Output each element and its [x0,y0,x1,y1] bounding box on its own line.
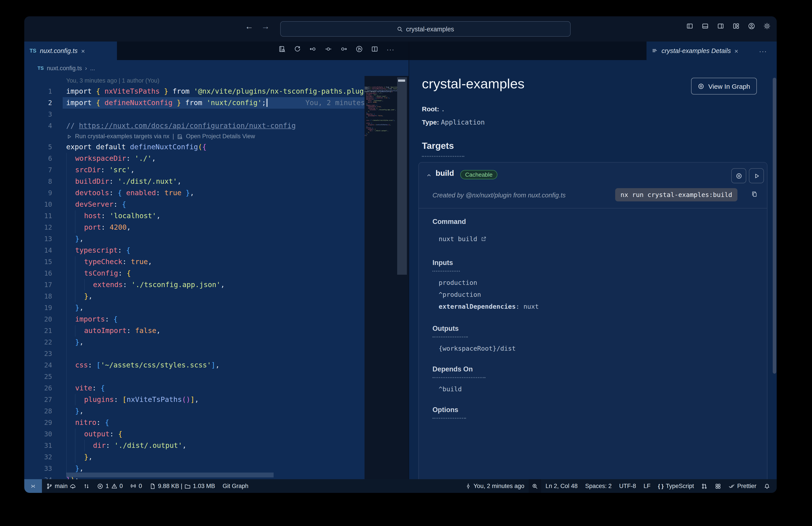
code-line-29[interactable]: 29nitro: { [24,417,364,428]
tab-label: nuxt.config.ts [40,47,78,54]
horizontal-scrollbar[interactable] [66,472,274,478]
code-line-13[interactable]: 13}, [24,233,364,245]
panel-more-actions-icon[interactable]: ··· [759,47,767,55]
statusbar-item-utf-8[interactable]: UTF-8 [616,479,639,493]
account-icon[interactable] [748,23,755,30]
code-editor[interactable]: You, 3 minutes ago | 1 author (You)1impo… [24,76,364,479]
panel-scrollbar[interactable] [773,78,776,374]
code-line-19[interactable]: 19}, [24,302,364,314]
code-line-12[interactable]: 12port: 4200, [24,222,364,233]
codelens-open-details-link[interactable]: Open Project Details View [186,132,255,141]
code-line-6[interactable]: 6workspaceDir: './', [24,153,364,164]
zoom-window-button[interactable] [55,26,60,31]
statusbar-item-bell[interactable] [761,479,773,493]
close-tab-icon[interactable]: × [81,47,85,55]
code-line-24[interactable]: 24css: ['~/assets/css/styles.scss'], [24,359,364,371]
code-line-1[interactable]: 1import { nxViteTsPaths } from '@nx/vite… [24,86,364,97]
annotation-icon[interactable] [325,45,332,53]
line-number: 10 [24,199,52,210]
code-line-25[interactable]: 25 [24,371,364,382]
statusbar-item-broadcast[interactable]: 0 [127,479,145,493]
statusbar-item-compare[interactable] [81,479,93,493]
statusbar-item-branch[interactable]: main [43,479,79,493]
statusbar-item-commit[interactable]: You, 2 minutes ago [462,479,527,493]
panel-right-icon[interactable] [717,23,724,30]
tab-nuxt-config[interactable]: TS nuxt.config.ts × [24,42,117,60]
statusbar-item-braces[interactable]: { }TypeScript [655,479,697,493]
statusbar-item-pr[interactable] [698,479,711,493]
code-line-26[interactable]: 26vite: { [24,382,364,394]
git-graph-icon[interactable] [356,45,363,53]
code-line-30[interactable]: 30output: { [24,428,364,440]
code-line-11[interactable]: 11host: 'localhost', [24,210,364,222]
code-line-28[interactable]: 28}, [24,406,364,417]
line-number: 28 [24,406,52,417]
statusbar-item-checks[interactable]: Prettier [726,479,759,493]
code-line-32[interactable]: 32}, [24,451,364,463]
view-in-graph-button[interactable]: View In Graph [691,78,757,95]
code-line-18[interactable]: 18}, [24,290,364,302]
statusbar-item-error[interactable]: 10 [94,479,126,493]
code-line-15[interactable]: 15typeCheck: true, [24,256,364,268]
tab-project-details[interactable]: crystal-examples Details × [647,42,777,60]
panel-left-icon[interactable] [686,23,693,30]
refresh-icon[interactable] [294,45,301,53]
close-window-button[interactable] [32,26,38,31]
statusbar-item-remote[interactable] [24,479,42,493]
codelens-run-link[interactable]: Run crystal-examples targets via nx [75,132,170,141]
vertical-scrollbar[interactable] [397,77,407,275]
command-center-search[interactable]: crystal-examples [280,21,570,37]
code-line-4[interactable]: 4// https://nuxt.com/docs/api/configurat… [24,120,364,132]
code-line-31[interactable]: 31dir: './dist/.output', [24,440,364,451]
copy-icon[interactable] [751,191,758,197]
more-actions-icon[interactable]: ··· [387,45,394,53]
view-target-graph-button[interactable] [731,168,746,183]
code-line-9[interactable]: 9devtools: { enabled: true }, [24,187,364,199]
type-row: Type: Application [422,118,485,126]
prev-change-icon[interactable] [309,45,316,53]
statusbar-item-git-graph[interactable]: Git Graph [220,479,251,493]
run-target-button[interactable] [749,168,764,183]
breadcrumb-more[interactable]: ... [90,65,95,71]
statusbar-item-lf[interactable]: LF [640,479,654,493]
breadcrumb[interactable]: TS nuxt.config.ts › ... [24,60,409,76]
minimap[interactable]: import { nxViteTsPaths } from '@nx/vite/… [364,87,397,157]
collapse-chevron-icon[interactable] [426,172,432,179]
panel-bottom-icon[interactable] [702,23,709,30]
codelens-row[interactable]: Run crystal-examples targets via nx|Open… [66,132,255,141]
statusbar-item-ln-2-col-48[interactable]: Ln 2, Col 48 [542,479,581,493]
overview-ruler-marker [398,80,405,82]
statusbar-item-plugin[interactable] [712,479,724,493]
code-line-16[interactable]: 16tsConfig: { [24,268,364,279]
gear-icon[interactable] [764,23,770,30]
code-line-2[interactable]: 2import { defineNuxtConfig } from 'nuxt/… [24,97,364,109]
statusbar-item-spaces-2[interactable]: Spaces: 2 [582,479,615,493]
book-search-icon[interactable] [278,45,286,53]
code-line-10[interactable]: 10devServer: { [24,199,364,210]
code-line-21[interactable]: 21autoImport: false, [24,325,364,337]
code-line-20[interactable]: 20imports: { [24,314,364,325]
line-number: 20 [24,314,52,325]
statusbar-item-zoom-in[interactable] [529,479,541,493]
split-icon[interactable] [371,45,378,53]
code-line-7[interactable]: 7srcDir: 'src', [24,164,364,176]
code-line-27[interactable]: 27plugins: [nxViteTsPaths()], [24,394,364,406]
run-command-chip[interactable]: nx run crystal-examples:build [615,188,737,201]
code-line-8[interactable]: 8buildDir: './dist/.nuxt', [24,176,364,187]
statusbar-item-file[interactable]: 9.88 KB |1.03 MB [146,479,218,493]
breadcrumb-file[interactable]: nuxt.config.ts [47,65,82,71]
line-number: 2 [24,97,52,109]
code-line-3[interactable]: 3 [24,109,364,120]
back-icon[interactable]: ← [245,22,253,31]
code-line-23[interactable]: 23 [24,348,364,359]
minimize-window-button[interactable] [43,26,49,31]
code-line-5[interactable]: 5export default defineNuxtConfig({ [24,141,364,153]
line-number: 6 [24,153,52,164]
layout-icon[interactable] [733,23,740,30]
close-tab-icon[interactable]: × [734,47,738,55]
code-line-17[interactable]: 17extends: './tsconfig.app.json', [24,279,364,290]
code-line-14[interactable]: 14typescript: { [24,245,364,256]
next-change-icon[interactable] [340,45,347,53]
forward-icon[interactable]: → [261,22,270,31]
code-line-22[interactable]: 22}, [24,337,364,348]
